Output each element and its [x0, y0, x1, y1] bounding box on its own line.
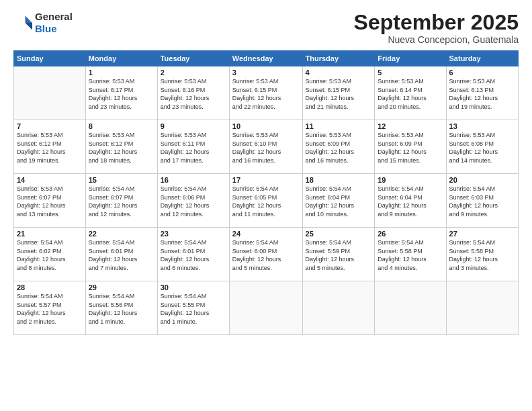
calendar-cell: 17Sunrise: 5:54 AM Sunset: 6:05 PM Dayli… — [229, 174, 302, 228]
day-number: 29 — [89, 283, 154, 291]
day-number: 14 — [17, 176, 83, 184]
day-number: 18 — [306, 176, 372, 184]
calendar-body: 1Sunrise: 5:53 AM Sunset: 6:17 PM Daylig… — [14, 66, 519, 335]
day-info: Sunrise: 5:54 AM Sunset: 6:06 PM Dayligh… — [161, 185, 226, 218]
calendar-cell: 10Sunrise: 5:53 AM Sunset: 6:10 PM Dayli… — [229, 120, 302, 174]
day-info: Sunrise: 5:54 AM Sunset: 5:55 PM Dayligh… — [161, 292, 226, 326]
day-info: Sunrise: 5:54 AM Sunset: 5:58 PM Dayligh… — [378, 238, 443, 272]
calendar-week-3: 21Sunrise: 5:54 AM Sunset: 6:02 PM Dayli… — [14, 228, 519, 281]
calendar-cell — [302, 281, 375, 335]
day-number: 2 — [161, 68, 226, 77]
header-cell-saturday: Saturday — [446, 51, 518, 66]
calendar-week-1: 7Sunrise: 5:53 AM Sunset: 6:12 PM Daylig… — [14, 120, 519, 174]
svg-marker-1 — [26, 23, 33, 30]
day-number: 30 — [161, 283, 226, 291]
calendar-cell: 24Sunrise: 5:54 AM Sunset: 6:00 PM Dayli… — [229, 228, 302, 281]
day-number: 27 — [449, 230, 515, 238]
month-title: September 2025 — [354, 11, 519, 34]
day-number: 21 — [17, 230, 83, 238]
day-number: 6 — [449, 68, 515, 77]
calendar-cell: 28Sunrise: 5:54 AM Sunset: 5:57 PM Dayli… — [14, 281, 86, 335]
day-number: 8 — [89, 122, 154, 130]
calendar-cell — [446, 281, 518, 335]
day-number: 20 — [449, 176, 515, 184]
header-cell-tuesday: Tuesday — [157, 51, 229, 66]
calendar-cell: 29Sunrise: 5:54 AM Sunset: 5:56 PM Dayli… — [85, 281, 157, 335]
calendar-cell: 13Sunrise: 5:53 AM Sunset: 6:08 PM Dayli… — [446, 120, 518, 174]
day-info: Sunrise: 5:54 AM Sunset: 6:04 PM Dayligh… — [306, 185, 372, 218]
logo-text: General Blue — [35, 11, 73, 35]
calendar-cell: 14Sunrise: 5:53 AM Sunset: 6:07 PM Dayli… — [14, 174, 86, 228]
calendar-cell: 21Sunrise: 5:54 AM Sunset: 6:02 PM Dayli… — [14, 228, 86, 281]
day-number: 22 — [89, 230, 154, 238]
header-cell-friday: Friday — [375, 51, 446, 66]
calendar-cell: 3Sunrise: 5:53 AM Sunset: 6:15 PM Daylig… — [229, 66, 302, 120]
calendar-cell: 26Sunrise: 5:54 AM Sunset: 5:58 PM Dayli… — [375, 228, 446, 281]
header-cell-thursday: Thursday — [302, 51, 375, 66]
day-number: 10 — [232, 122, 300, 130]
calendar-cell: 8Sunrise: 5:53 AM Sunset: 6:12 PM Daylig… — [85, 120, 157, 174]
day-info: Sunrise: 5:53 AM Sunset: 6:08 PM Dayligh… — [449, 131, 515, 165]
calendar-cell: 25Sunrise: 5:54 AM Sunset: 5:59 PM Dayli… — [302, 228, 375, 281]
logo-icon — [13, 13, 32, 32]
day-number: 15 — [89, 176, 154, 184]
day-info: Sunrise: 5:53 AM Sunset: 6:15 PM Dayligh… — [232, 77, 300, 111]
day-number: 11 — [306, 122, 372, 130]
day-number: 5 — [378, 68, 443, 77]
day-number: 3 — [232, 68, 300, 77]
day-info: Sunrise: 5:53 AM Sunset: 6:12 PM Dayligh… — [89, 131, 154, 165]
day-info: Sunrise: 5:53 AM Sunset: 6:09 PM Dayligh… — [378, 131, 443, 165]
day-info: Sunrise: 5:54 AM Sunset: 5:56 PM Dayligh… — [89, 292, 154, 326]
day-info: Sunrise: 5:53 AM Sunset: 6:16 PM Dayligh… — [161, 77, 226, 111]
svg-marker-0 — [26, 16, 33, 24]
day-info: Sunrise: 5:54 AM Sunset: 6:03 PM Dayligh… — [449, 185, 515, 218]
calendar-cell: 11Sunrise: 5:53 AM Sunset: 6:09 PM Dayli… — [302, 120, 375, 174]
day-number: 24 — [232, 230, 300, 238]
day-info: Sunrise: 5:54 AM Sunset: 6:02 PM Dayligh… — [17, 238, 83, 272]
calendar-cell: 23Sunrise: 5:54 AM Sunset: 6:01 PM Dayli… — [157, 228, 229, 281]
calendar-cell: 16Sunrise: 5:54 AM Sunset: 6:06 PM Dayli… — [157, 174, 229, 228]
day-info: Sunrise: 5:54 AM Sunset: 5:58 PM Dayligh… — [449, 238, 515, 272]
logo: General Blue — [13, 11, 73, 35]
title-block: September 2025 Nueva Concepcion, Guatema… — [354, 11, 519, 45]
calendar-week-0: 1Sunrise: 5:53 AM Sunset: 6:17 PM Daylig… — [14, 66, 519, 120]
calendar-week-4: 28Sunrise: 5:54 AM Sunset: 5:57 PM Dayli… — [14, 281, 519, 335]
calendar-cell — [229, 281, 302, 335]
calendar-cell: 7Sunrise: 5:53 AM Sunset: 6:12 PM Daylig… — [14, 120, 86, 174]
calendar-cell: 30Sunrise: 5:54 AM Sunset: 5:55 PM Dayli… — [157, 281, 229, 335]
calendar-cell — [14, 66, 86, 120]
day-info: Sunrise: 5:54 AM Sunset: 6:07 PM Dayligh… — [89, 185, 154, 218]
calendar-week-2: 14Sunrise: 5:53 AM Sunset: 6:07 PM Dayli… — [14, 174, 519, 228]
day-info: Sunrise: 5:53 AM Sunset: 6:15 PM Dayligh… — [306, 77, 372, 111]
day-info: Sunrise: 5:54 AM Sunset: 6:05 PM Dayligh… — [232, 185, 300, 218]
day-number: 26 — [378, 230, 443, 238]
day-number: 1 — [89, 68, 154, 77]
calendar-header: SundayMondayTuesdayWednesdayThursdayFrid… — [14, 51, 519, 66]
location-subtitle: Nueva Concepcion, Guatemala — [354, 34, 519, 45]
calendar-table: SundayMondayTuesdayWednesdayThursdayFrid… — [13, 50, 519, 335]
day-info: Sunrise: 5:54 AM Sunset: 6:04 PM Dayligh… — [378, 185, 443, 218]
day-number: 19 — [378, 176, 443, 184]
day-info: Sunrise: 5:54 AM Sunset: 5:57 PM Dayligh… — [17, 292, 83, 326]
calendar-cell: 2Sunrise: 5:53 AM Sunset: 6:16 PM Daylig… — [157, 66, 229, 120]
calendar-cell: 20Sunrise: 5:54 AM Sunset: 6:03 PM Dayli… — [446, 174, 518, 228]
calendar-cell: 18Sunrise: 5:54 AM Sunset: 6:04 PM Dayli… — [302, 174, 375, 228]
day-number: 13 — [449, 122, 515, 130]
calendar-cell: 19Sunrise: 5:54 AM Sunset: 6:04 PM Dayli… — [375, 174, 446, 228]
header-cell-wednesday: Wednesday — [229, 51, 302, 66]
logo-blue: Blue — [35, 23, 73, 35]
page: General Blue September 2025 Nueva Concep… — [0, 0, 532, 411]
day-number: 7 — [17, 122, 83, 130]
calendar-cell: 12Sunrise: 5:53 AM Sunset: 6:09 PM Dayli… — [375, 120, 446, 174]
calendar-cell — [375, 281, 446, 335]
header-cell-sunday: Sunday — [14, 51, 86, 66]
day-number: 4 — [306, 68, 372, 77]
day-info: Sunrise: 5:54 AM Sunset: 5:59 PM Dayligh… — [306, 238, 372, 272]
day-info: Sunrise: 5:54 AM Sunset: 6:01 PM Dayligh… — [161, 238, 226, 272]
day-info: Sunrise: 5:53 AM Sunset: 6:17 PM Dayligh… — [89, 77, 154, 111]
day-info: Sunrise: 5:53 AM Sunset: 6:12 PM Dayligh… — [17, 131, 83, 165]
header-row: SundayMondayTuesdayWednesdayThursdayFrid… — [14, 51, 519, 66]
calendar-cell: 15Sunrise: 5:54 AM Sunset: 6:07 PM Dayli… — [85, 174, 157, 228]
day-info: Sunrise: 5:53 AM Sunset: 6:09 PM Dayligh… — [306, 131, 372, 165]
calendar-cell: 5Sunrise: 5:53 AM Sunset: 6:14 PM Daylig… — [375, 66, 446, 120]
